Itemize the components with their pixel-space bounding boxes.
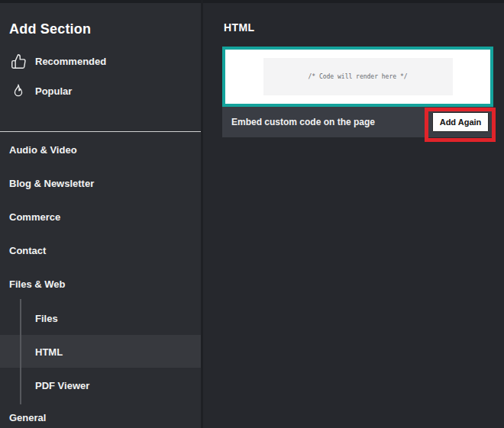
section-preview-panel: HTML /* Code will render here */ Embed c… [203,3,504,428]
section-description: Embed custom code on the page [231,117,375,127]
subitem-label: HTML [35,346,63,358]
sidebar-item-popular[interactable]: Popular [0,79,201,103]
sidebar-item-recommended[interactable]: Recommended [0,49,201,73]
section-title: HTML [224,21,254,34]
category-label: General [9,412,46,423]
add-again-button[interactable]: Add Again [432,112,489,132]
html-section-preview[interactable]: /* Code will render here */ [222,47,493,107]
sidebar-item-general[interactable]: General [0,406,201,428]
sidebar-subitem-html[interactable]: HTML [0,340,201,363]
code-placeholder-box: /* Code will render here */ [263,58,453,95]
sidebar-item-blog-newsletter[interactable]: Blog & Newsletter [0,172,201,195]
category-label: Commerce [9,211,60,223]
category-label: Files & Web [9,278,65,290]
category-label: Contact [9,245,46,256]
thumbs-up-icon [10,53,27,69]
sidebar-subitem-pdf-viewer[interactable]: PDF Viewer [0,374,201,397]
flame-icon [10,82,27,99]
sidebar-item-files-web[interactable]: Files & Web [0,272,201,295]
panel-title: Add Section [9,21,91,37]
code-placeholder-text: /* Code will render here */ [308,73,407,80]
subitem-label: Files [35,313,58,324]
sidebar-item-label: Recommended [35,56,106,67]
category-label: Audio & Video [9,144,77,156]
category-label: Blog & Newsletter [9,178,94,189]
sidebar-item-audio-video[interactable]: Audio & Video [0,138,201,161]
subitem-label: PDF Viewer [35,380,89,391]
sidebar-subitem-files[interactable]: Files [0,307,201,330]
sidebar-item-label: Popular [35,85,72,97]
sidebar-item-commerce[interactable]: Commerce [0,205,201,228]
sidebar-item-contact[interactable]: Contact [0,239,201,262]
sidebar-divider [0,131,201,132]
add-section-sidebar: Add Section Recommended Popular Audio & … [0,3,201,428]
